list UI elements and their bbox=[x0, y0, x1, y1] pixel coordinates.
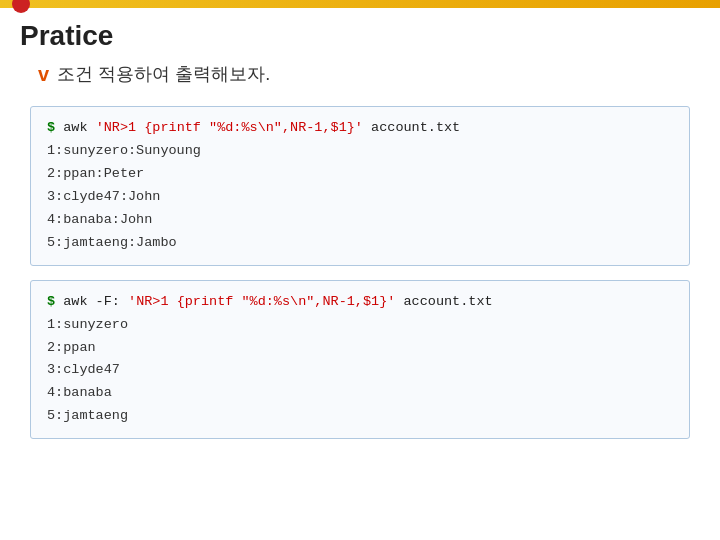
cmd-line-1: $ awk 'NR>1 {printf "%d:%s\n",NR-1,$1}' … bbox=[47, 117, 673, 140]
output-2-4: 4:banaba bbox=[47, 382, 673, 405]
output-1-1: 1:sunyzero:Sunyoung bbox=[47, 140, 673, 163]
cmd-text-2: awk -F: bbox=[63, 294, 128, 309]
output-2-1: 1:sunyzero bbox=[47, 314, 673, 337]
code-block-1: $ awk 'NR>1 {printf "%d:%s\n",NR-1,$1}' … bbox=[30, 106, 690, 266]
output-1-4: 4:banaba:John bbox=[47, 209, 673, 232]
output-1-3: 3:clyde47:John bbox=[47, 186, 673, 209]
cmd-text-1: awk bbox=[63, 120, 95, 135]
cmd-string-2: 'NR>1 {printf "%d:%s\n",NR-1,$1}' bbox=[128, 294, 395, 309]
bullet-icon: v bbox=[38, 63, 49, 86]
cmd-filename-2: account.txt bbox=[403, 294, 492, 309]
code-block-2: $ awk -F: 'NR>1 {printf "%d:%s\n",NR-1,$… bbox=[30, 280, 690, 440]
page-title: Pratice bbox=[0, 8, 720, 58]
output-1-2: 2:ppan:Peter bbox=[47, 163, 673, 186]
dollar-sign-1: $ bbox=[47, 120, 55, 135]
subtitle-text: 조건 적용하여 출력해보자. bbox=[57, 62, 270, 86]
dollar-sign-2: $ bbox=[47, 294, 55, 309]
cmd-line-2: $ awk -F: 'NR>1 {printf "%d:%s\n",NR-1,$… bbox=[47, 291, 673, 314]
subtitle: v 조건 적용하여 출력해보자. bbox=[0, 58, 720, 98]
output-1-5: 5:jamtaeng:Jambo bbox=[47, 232, 673, 255]
cmd-filename-1: account.txt bbox=[371, 120, 460, 135]
output-2-2: 2:ppan bbox=[47, 337, 673, 360]
output-2-3: 3:clyde47 bbox=[47, 359, 673, 382]
top-accent-bar bbox=[0, 0, 720, 8]
output-2-5: 5:jamtaeng bbox=[47, 405, 673, 428]
cmd-string-1: 'NR>1 {printf "%d:%s\n",NR-1,$1}' bbox=[96, 120, 363, 135]
